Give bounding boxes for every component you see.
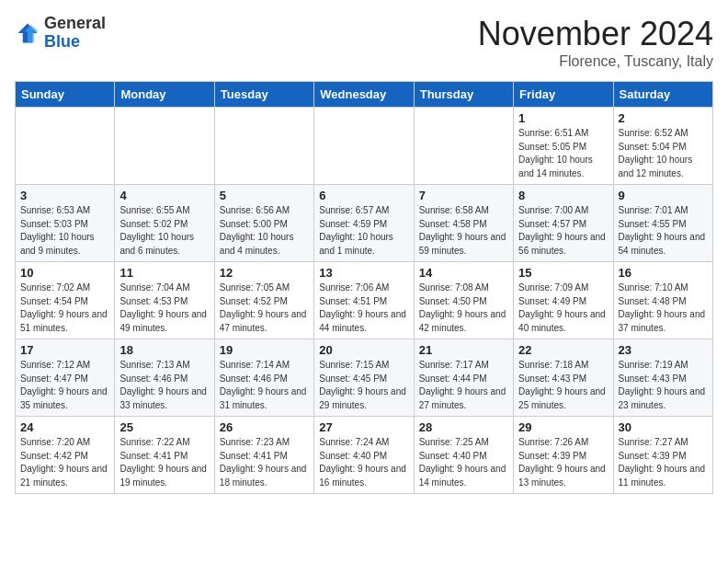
day-info: Sunrise: 7:04 AM Sunset: 4:53 PM Dayligh… <box>119 282 209 335</box>
week-row-3: 10Sunrise: 7:02 AM Sunset: 4:54 PM Dayli… <box>16 262 713 339</box>
day-info: Sunrise: 7:00 AM Sunset: 4:57 PM Dayligh… <box>518 204 608 258</box>
day-number: 5 <box>220 189 309 202</box>
day-number: 1 <box>518 111 608 125</box>
day-info: Sunrise: 6:53 AM Sunset: 5:03 PM Dayligh… <box>20 204 109 258</box>
calendar-cell: 29Sunrise: 7:26 AM Sunset: 4:39 PM Dayli… <box>514 417 613 494</box>
week-row-5: 24Sunrise: 7:20 AM Sunset: 4:42 PM Dayli… <box>16 417 713 494</box>
calendar-cell: 27Sunrise: 7:24 AM Sunset: 4:40 PM Dayli… <box>314 417 414 494</box>
logo-blue: Blue <box>44 32 80 51</box>
calendar-cell: 30Sunrise: 7:27 AM Sunset: 4:39 PM Dayli… <box>613 417 712 494</box>
weekday-header-row: SundayMondayTuesdayWednesdayThursdayFrid… <box>16 82 713 108</box>
day-info: Sunrise: 7:26 AM Sunset: 4:39 PM Dayligh… <box>518 436 608 489</box>
calendar-cell: 1Sunrise: 6:51 AM Sunset: 5:05 PM Daylig… <box>514 108 613 185</box>
week-row-2: 3Sunrise: 6:53 AM Sunset: 5:03 PM Daylig… <box>16 185 713 262</box>
weekday-header-sunday: Sunday <box>16 82 115 108</box>
day-number: 20 <box>319 343 408 357</box>
day-info: Sunrise: 7:20 AM Sunset: 4:42 PM Dayligh… <box>20 436 109 489</box>
calendar-cell: 18Sunrise: 7:13 AM Sunset: 4:46 PM Dayli… <box>115 339 214 417</box>
day-info: Sunrise: 7:12 AM Sunset: 4:47 PM Dayligh… <box>20 359 109 412</box>
day-info: Sunrise: 6:55 AM Sunset: 5:02 PM Dayligh… <box>119 204 209 258</box>
day-number: 7 <box>419 189 508 202</box>
calendar-cell: 12Sunrise: 7:05 AM Sunset: 4:52 PM Dayli… <box>214 262 313 339</box>
day-info: Sunrise: 6:57 AM Sunset: 4:59 PM Dayligh… <box>319 204 408 258</box>
day-number: 2 <box>619 111 708 125</box>
day-number: 6 <box>319 189 408 202</box>
day-number: 3 <box>20 189 109 202</box>
calendar-cell: 3Sunrise: 6:53 AM Sunset: 5:03 PM Daylig… <box>16 185 115 262</box>
day-number: 12 <box>220 266 309 280</box>
logo-general: General <box>44 14 106 32</box>
location-title: Florence, Tuscany, Italy <box>478 53 713 70</box>
title-block: November 2024 Florence, Tuscany, Italy <box>478 15 713 70</box>
day-info: Sunrise: 7:22 AM Sunset: 4:41 PM Dayligh… <box>119 436 209 489</box>
day-number: 13 <box>319 266 408 280</box>
day-number: 27 <box>319 420 408 434</box>
day-number: 23 <box>619 343 708 357</box>
day-number: 24 <box>20 420 109 434</box>
calendar-cell: 7Sunrise: 6:58 AM Sunset: 4:58 PM Daylig… <box>414 185 513 262</box>
day-info: Sunrise: 7:25 AM Sunset: 4:40 PM Dayligh… <box>419 436 508 489</box>
day-number: 4 <box>119 189 209 202</box>
calendar-cell: 22Sunrise: 7:18 AM Sunset: 4:43 PM Dayli… <box>514 339 613 417</box>
calendar-cell: 10Sunrise: 7:02 AM Sunset: 4:54 PM Dayli… <box>16 262 115 339</box>
calendar-cell: 25Sunrise: 7:22 AM Sunset: 4:41 PM Dayli… <box>115 417 214 494</box>
day-info: Sunrise: 7:02 AM Sunset: 4:54 PM Dayligh… <box>20 282 109 335</box>
day-info: Sunrise: 6:58 AM Sunset: 4:58 PM Dayligh… <box>419 204 508 258</box>
day-info: Sunrise: 7:14 AM Sunset: 4:46 PM Dayligh… <box>220 359 309 412</box>
day-info: Sunrise: 7:18 AM Sunset: 4:43 PM Dayligh… <box>518 359 608 412</box>
weekday-header-thursday: Thursday <box>414 82 513 108</box>
calendar-cell <box>414 108 513 185</box>
weekday-header-tuesday: Tuesday <box>214 82 313 108</box>
day-info: Sunrise: 6:52 AM Sunset: 5:04 PM Dayligh… <box>619 127 708 180</box>
day-number: 10 <box>20 266 109 280</box>
day-number: 30 <box>619 420 708 434</box>
day-info: Sunrise: 6:51 AM Sunset: 5:05 PM Dayligh… <box>518 127 608 180</box>
calendar-cell <box>214 108 313 185</box>
day-number: 26 <box>220 420 309 434</box>
day-number: 21 <box>419 343 508 357</box>
calendar-cell: 14Sunrise: 7:08 AM Sunset: 4:50 PM Dayli… <box>414 262 513 339</box>
calendar-table: SundayMondayTuesdayWednesdayThursdayFrid… <box>15 81 713 494</box>
day-info: Sunrise: 7:24 AM Sunset: 4:40 PM Dayligh… <box>319 436 408 489</box>
logo-text: General Blue <box>44 15 106 52</box>
day-info: Sunrise: 7:05 AM Sunset: 4:52 PM Dayligh… <box>220 282 309 335</box>
page-header: General Blue November 2024 Florence, Tus… <box>15 15 713 70</box>
month-title: November 2024 <box>478 15 713 53</box>
day-number: 15 <box>518 266 608 280</box>
calendar-cell: 4Sunrise: 6:55 AM Sunset: 5:02 PM Daylig… <box>115 185 214 262</box>
logo: General Blue <box>15 15 106 52</box>
calendar-cell <box>16 108 115 185</box>
day-info: Sunrise: 7:13 AM Sunset: 4:46 PM Dayligh… <box>119 359 209 412</box>
day-info: Sunrise: 7:08 AM Sunset: 4:50 PM Dayligh… <box>419 282 508 335</box>
day-info: Sunrise: 6:56 AM Sunset: 5:00 PM Dayligh… <box>220 204 309 258</box>
calendar-cell: 28Sunrise: 7:25 AM Sunset: 4:40 PM Dayli… <box>414 417 513 494</box>
day-number: 9 <box>619 189 708 202</box>
day-info: Sunrise: 7:23 AM Sunset: 4:41 PM Dayligh… <box>220 436 309 489</box>
calendar-cell: 17Sunrise: 7:12 AM Sunset: 4:47 PM Dayli… <box>16 339 115 417</box>
calendar-cell: 15Sunrise: 7:09 AM Sunset: 4:49 PM Dayli… <box>514 262 613 339</box>
day-number: 25 <box>119 420 209 434</box>
day-info: Sunrise: 7:15 AM Sunset: 4:45 PM Dayligh… <box>319 359 408 412</box>
calendar-cell: 20Sunrise: 7:15 AM Sunset: 4:45 PM Dayli… <box>314 339 414 417</box>
day-info: Sunrise: 7:06 AM Sunset: 4:51 PM Dayligh… <box>319 282 408 335</box>
calendar-cell <box>314 108 414 185</box>
day-number: 18 <box>119 343 209 357</box>
day-info: Sunrise: 7:19 AM Sunset: 4:43 PM Dayligh… <box>619 359 708 412</box>
calendar-cell: 8Sunrise: 7:00 AM Sunset: 4:57 PM Daylig… <box>514 185 613 262</box>
logo-icon <box>15 20 40 46</box>
day-info: Sunrise: 7:10 AM Sunset: 4:48 PM Dayligh… <box>619 282 708 335</box>
calendar-cell: 9Sunrise: 7:01 AM Sunset: 4:55 PM Daylig… <box>613 185 712 262</box>
day-number: 8 <box>518 189 608 202</box>
calendar-cell: 2Sunrise: 6:52 AM Sunset: 5:04 PM Daylig… <box>613 108 712 185</box>
calendar-cell: 23Sunrise: 7:19 AM Sunset: 4:43 PM Dayli… <box>613 339 712 417</box>
day-number: 17 <box>20 343 109 357</box>
calendar-cell: 24Sunrise: 7:20 AM Sunset: 4:42 PM Dayli… <box>16 417 115 494</box>
day-number: 16 <box>619 266 708 280</box>
day-number: 19 <box>220 343 309 357</box>
day-number: 28 <box>419 420 508 434</box>
calendar-cell: 13Sunrise: 7:06 AM Sunset: 4:51 PM Dayli… <box>314 262 414 339</box>
day-number: 22 <box>518 343 608 357</box>
calendar-cell: 11Sunrise: 7:04 AM Sunset: 4:53 PM Dayli… <box>115 262 214 339</box>
calendar-cell <box>115 108 214 185</box>
day-info: Sunrise: 7:17 AM Sunset: 4:44 PM Dayligh… <box>419 359 508 412</box>
